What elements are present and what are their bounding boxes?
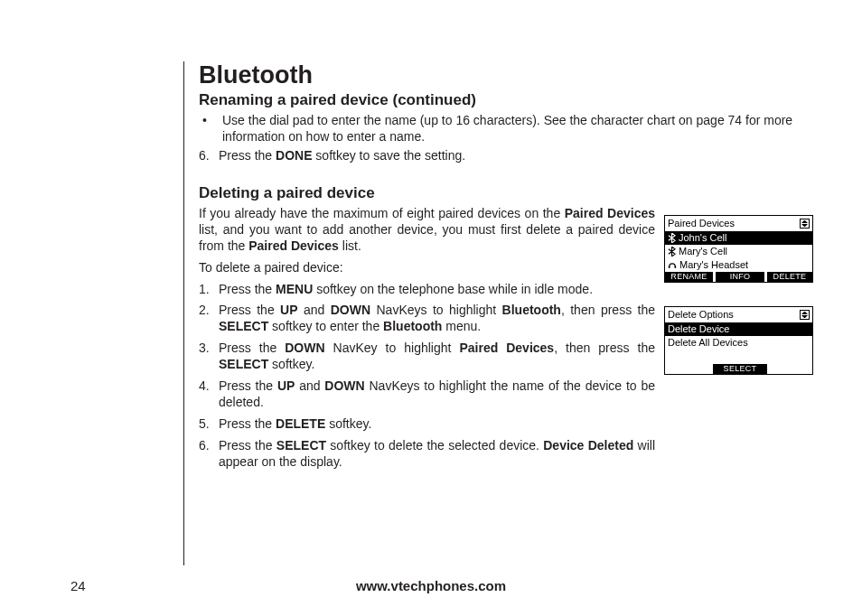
step-2: 2. Press the UP and DOWN NavKeys to high…: [199, 303, 655, 335]
text-fragment: softkey to save the setting.: [312, 148, 465, 163]
lcd-item-text: Mary's Headset: [679, 259, 748, 271]
step-number: 4.: [199, 378, 219, 411]
bullet-marker: •: [199, 113, 222, 145]
step-text: Press the DELETE softkey.: [219, 416, 371, 433]
lcd-item-text: John's Cell: [679, 232, 726, 244]
bluetooth-icon: [668, 233, 676, 243]
lcd-illustrations: Paired Devices John's Cell Mary's Cell: [664, 215, 813, 398]
text-fragment: Press the: [219, 341, 285, 355]
page-title: Bluetooth: [199, 61, 813, 89]
lcd-softkey-row: SELECT: [665, 364, 812, 374]
menu-name: Bluetooth: [383, 319, 442, 333]
up-down-icon: [800, 310, 810, 320]
step-number: 1.: [199, 282, 219, 298]
term: Paired Devices: [248, 238, 339, 253]
step-text: Press the UP and DOWN NavKeys to highlig…: [219, 303, 655, 335]
text-fragment: list.: [339, 238, 361, 253]
step-6: 6. Press the SELECT softkey to delete th…: [199, 438, 655, 471]
text-fragment: and: [298, 303, 331, 317]
manual-page: Bluetooth Renaming a paired device (cont…: [0, 0, 862, 616]
step-3: 3. Press the DOWN NavKey to highlight Pa…: [199, 341, 655, 373]
delete-block: If you already have the maximum of eight…: [199, 206, 655, 471]
softkey-name: MENU: [276, 282, 313, 296]
step-number: 6.: [199, 438, 219, 471]
step-6-rename: 6. Press the DONE softkey to save the se…: [199, 148, 813, 164]
step-text: Press the DONE softkey to save the setti…: [219, 148, 465, 164]
lcd-softkey-blank: [665, 364, 713, 374]
lcd-blank-row: [665, 350, 812, 364]
text-fragment: NavKey to highlight: [325, 341, 460, 355]
lcd-item: Delete All Devices: [665, 336, 812, 350]
softkey-name: DELETE: [276, 416, 325, 431]
lcd-item-selected: Delete Device: [665, 322, 812, 336]
step-5: 5. Press the DELETE softkey.: [199, 416, 655, 433]
text-fragment: , then press the: [554, 341, 655, 355]
text-fragment: Press the: [219, 303, 280, 317]
key-name: UP: [280, 303, 297, 317]
text-fragment: softkey.: [268, 357, 314, 371]
lcd-softkey-delete: DELETE: [767, 272, 812, 282]
text-fragment: softkey to delete the selected device.: [326, 438, 543, 453]
headset-icon: [668, 260, 677, 270]
step-4: 4. Press the UP and DOWN NavKeys to high…: [199, 378, 655, 411]
text-fragment: softkey.: [325, 416, 371, 431]
up-down-icon: [800, 219, 810, 229]
lcd-title: Paired Devices: [668, 218, 800, 229]
footer-url: www.vtechphones.com: [0, 578, 862, 593]
step-text: Press the SELECT softkey to delete the s…: [219, 438, 655, 471]
text-fragment: Press the: [219, 282, 276, 296]
menu-name: Bluetooth: [502, 303, 561, 317]
text-fragment: , then press the: [561, 303, 655, 317]
text-fragment: softkey on the telephone base while in i…: [313, 282, 593, 296]
lead-line: To delete a paired device:: [199, 260, 655, 276]
bullet-text: Use the dial pad to enter the name (up t…: [222, 113, 813, 145]
lcd-item: Mary's Headset: [665, 258, 812, 272]
section-heading-delete: Deleting a paired device: [199, 184, 813, 202]
lcd-item-text: Delete Device: [668, 323, 729, 335]
menu-name: Paired Devices: [459, 341, 554, 355]
lcd-title-row: Delete Options: [665, 307, 812, 322]
step-text: Press the UP and DOWN NavKeys to highlig…: [219, 378, 655, 411]
lcd-softkey-blank: [767, 364, 812, 374]
lcd-item-text: Delete All Devices: [668, 337, 748, 349]
lcd-item-selected: John's Cell: [665, 231, 812, 245]
rename-block: • Use the dial pad to enter the name (up…: [199, 113, 813, 164]
key-name: DOWN: [285, 341, 324, 355]
step-number: 6.: [199, 148, 219, 164]
text-fragment: Press the: [219, 416, 276, 431]
step-number: 3.: [199, 341, 219, 373]
text-fragment: Press the: [219, 378, 277, 393]
lcd-item: Mary's Cell: [665, 245, 812, 258]
text-fragment: and: [295, 378, 324, 393]
lcd-delete-options: Delete Options Delete Device Delete All …: [664, 306, 813, 375]
step-number: 2.: [199, 303, 219, 335]
bullet-item: • Use the dial pad to enter the name (up…: [199, 113, 813, 145]
softkey-name: SELECT: [276, 438, 326, 453]
lcd-softkey-rename: RENAME: [665, 272, 713, 282]
lcd-softkey-select: SELECT: [713, 364, 767, 374]
key-name: DOWN: [324, 378, 364, 393]
term: Paired Devices: [565, 206, 655, 220]
svg-rect-0: [669, 266, 670, 268]
key-name: DOWN: [331, 303, 370, 317]
intro-paragraph: If you already have the maximum of eight…: [199, 206, 655, 255]
lcd-softkey-info: INFO: [716, 272, 764, 282]
lcd-title: Delete Options: [668, 309, 800, 321]
lcd-title-row: Paired Devices: [665, 216, 812, 231]
text-fragment: NavKeys to highlight: [370, 303, 502, 317]
text-fragment: Press the: [219, 148, 276, 163]
section-heading-rename: Renaming a paired device (continued): [199, 91, 813, 109]
side-rule: [183, 61, 184, 565]
text-fragment: menu.: [442, 319, 481, 333]
softkey-name: SELECT: [219, 357, 268, 371]
softkey-name: SELECT: [219, 319, 268, 333]
text-fragment: If you already have the maximum of eight…: [199, 206, 565, 220]
text-fragment: softkey to enter the: [268, 319, 383, 333]
status-message: Device Deleted: [543, 438, 633, 453]
step-text: Press the MENU softkey on the telephone …: [219, 282, 593, 298]
svg-rect-1: [675, 266, 677, 268]
lcd-softkey-row: RENAME INFO DELETE: [665, 272, 812, 282]
softkey-name: DONE: [276, 148, 312, 163]
bluetooth-icon: [668, 247, 676, 257]
step-text: Press the DOWN NavKey to highlight Paire…: [219, 341, 655, 373]
